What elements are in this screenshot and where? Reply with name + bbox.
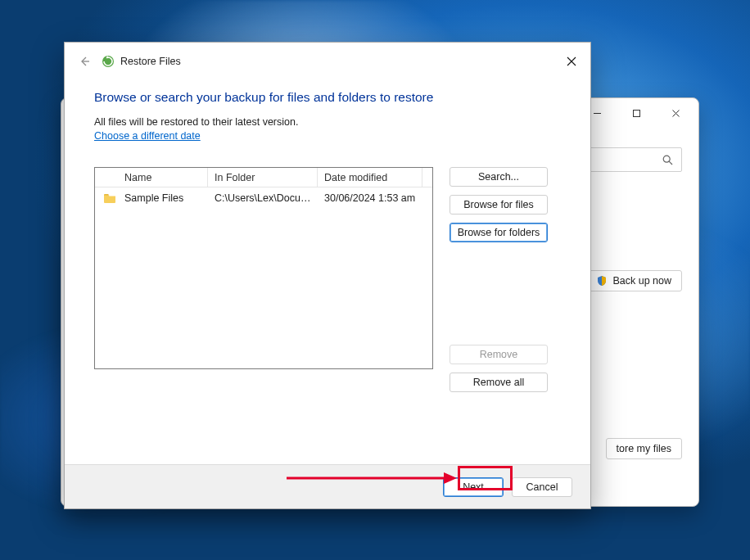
row-folder: C:\Users\Lex\Docume... <box>208 192 318 204</box>
restore-my-files-label: tore my files <box>617 443 671 454</box>
dialog-footer: Next Cancel <box>65 464 590 508</box>
column-folder[interactable]: In Folder <box>208 168 318 187</box>
search-icon <box>662 155 673 165</box>
back-button[interactable] <box>73 50 96 73</box>
maximize-button[interactable] <box>618 102 654 124</box>
browse-files-button[interactable]: Browse for files <box>450 195 548 215</box>
dialog-title: Restore Files <box>120 56 181 67</box>
svg-point-4 <box>663 156 670 162</box>
dialog-close-button[interactable] <box>559 51 584 72</box>
restore-files-icon <box>101 54 115 69</box>
svg-rect-1 <box>633 110 639 116</box>
dialog-titlebar: Restore Files <box>65 43 590 80</box>
files-listbox[interactable]: Name In Folder Date modified Sample File… <box>94 167 433 369</box>
column-date[interactable]: Date modified <box>318 168 422 187</box>
list-header: Name In Folder Date modified <box>95 168 432 187</box>
remove-all-button[interactable]: Remove all <box>450 373 548 392</box>
row-date: 30/06/2024 1:53 am <box>318 192 432 204</box>
browse-folders-button[interactable]: Browse for folders <box>450 223 548 242</box>
restore-files-dialog: Restore Files Browse or search your back… <box>64 42 591 509</box>
remove-button: Remove <box>450 345 548 364</box>
side-buttons: Search... Browse for files Browse for fo… <box>450 167 548 392</box>
choose-different-date-link[interactable]: Choose a different date <box>94 130 201 142</box>
search-button[interactable]: Search... <box>450 167 548 187</box>
cancel-button[interactable]: Cancel <box>512 477 572 497</box>
restore-my-files-button[interactable]: tore my files <box>606 438 682 459</box>
column-name[interactable]: Name <box>118 168 208 187</box>
list-item[interactable]: Sample Files C:\Users\Lex\Docume... 30/0… <box>95 187 432 209</box>
next-button[interactable]: Next <box>443 477 504 497</box>
dialog-heading: Browse or search your backup for files a… <box>94 90 561 105</box>
dialog-body: Browse or search your backup for files a… <box>65 80 590 464</box>
folder-icon <box>103 192 116 204</box>
backup-now-label: Back up now <box>612 275 671 287</box>
row-name: Sample Files <box>118 192 208 204</box>
close-button[interactable] <box>657 102 694 124</box>
shield-icon <box>596 275 608 287</box>
svg-line-5 <box>669 161 672 165</box>
backup-now-button[interactable]: Back up now <box>585 270 682 291</box>
dialog-subtext: All files will be restored to their late… <box>94 116 561 128</box>
